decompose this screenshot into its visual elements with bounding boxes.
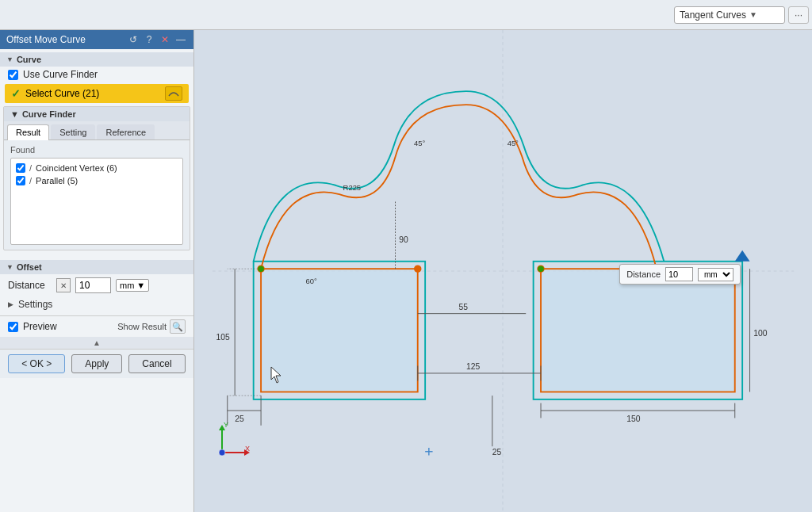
distance-x-button[interactable]: ✕ [56,278,71,292]
found-list: / Coincident Vertex (6) / Parallel (5) [10,158,183,245]
svg-point-40 [538,266,544,272]
show-result-icon[interactable]: 🔍 [170,319,186,334]
svg-marker-41 [735,250,750,262]
tab-reference[interactable]: Reference [97,124,155,139]
found-section: Found / Coincident Vertex (6) / Parallel… [4,140,190,250]
show-result-label: Show Result [117,322,167,331]
collapse-arrow: ▲ [93,338,101,347]
app-container: Tangent Curves ▼ ··· Offset Move Curve ↺… [0,0,812,512]
offset-triangle: ▼ [6,263,13,271]
svg-text:Y: Y [224,421,228,429]
collapse-row[interactable]: ▲ [0,337,193,349]
toolbar-more-button[interactable]: ··· [788,6,809,24]
found-item-1-label: Parallel (5) [36,176,78,185]
dropdown-arrow: ▼ [749,10,757,19]
svg-point-50 [219,449,225,456]
svg-text:25: 25 [492,448,502,457]
preview-left: Preview [8,321,57,332]
svg-text:100: 100 [753,329,768,338]
offset-section: ▼ Offset Distance ✕ mm ▼ ▶ Settings [0,257,193,315]
svg-text:105: 105 [216,333,231,342]
distance-input[interactable] [75,277,111,293]
distance-row: Distance ✕ mm ▼ [0,274,193,296]
help-icon[interactable]: ? [143,33,155,46]
tangent-curves-dropdown[interactable]: Tangent Curves ▼ [674,6,785,24]
distance-popup-input[interactable] [665,267,693,281]
svg-text:150: 150 [626,415,641,423]
reset-icon[interactable]: ↺ [127,33,140,46]
coord-system: Y X [210,421,254,464]
curve-section-header[interactable]: ▼ Curve [0,52,193,67]
svg-rect-4 [541,269,735,392]
svg-point-39 [258,266,264,272]
canvas-area: 25 105 90 55 125 [194,30,812,512]
checkmark-icon: ✓ [11,87,21,100]
curve-triangle: ▼ [6,55,13,63]
svg-text:90: 90 [399,235,408,244]
svg-text:R225: R225 [343,183,362,192]
distance-popup: Distance mm [619,264,741,285]
svg-text:125: 125 [466,362,481,371]
found-item-1: / Parallel (5) [16,174,178,187]
cf-triangle: ▼ [10,109,19,119]
cancel-button[interactable]: Cancel [128,354,185,373]
distance-popup-label: Distance [626,269,661,279]
curve-finder-section: ▼ Curve Finder Result Setting Reference … [3,106,190,250]
curve-section: ▼ Curve Use Curve Finder ✓ Select Curve … [0,49,193,257]
top-toolbar: Tangent Curves ▼ ··· [0,0,812,30]
select-curve-left: ✓ Select Curve (21) [11,87,99,100]
preview-row: Preview Show Result 🔍 [0,315,193,337]
distance-label: Distance [8,280,52,291]
found-item-0-label: Coincident Vertex (6) [36,163,117,173]
panel-titlebar: Offset Move Curve ↺ ? ✕ — [0,30,193,49]
select-curve-row: ✓ Select Curve (21) [5,84,189,103]
use-curve-finder-label: Use Curve Finder [23,69,98,80]
svg-text:45°: 45° [414,139,425,147]
tabs-row: Result Setting Reference [4,121,190,140]
unit-arrow: ▼ [136,281,145,290]
settings-row[interactable]: ▶ Settings [0,296,193,312]
distance-popup-unit[interactable]: mm [698,268,733,281]
settings-label: Settings [18,299,52,310]
found-item-0-icon: / [29,163,32,173]
ok-button[interactable]: < OK > [8,354,65,373]
select-curve-button[interactable] [165,86,182,101]
curve-icon-svg [167,88,180,99]
content-area: Offset Move Curve ↺ ? ✕ — ▼ Curve Use Cu… [0,30,812,512]
found-item-0-checkbox[interactable] [16,163,25,173]
found-item-1-icon: / [29,176,32,185]
svg-rect-2 [261,269,418,392]
tab-setting[interactable]: Setting [51,124,95,139]
unit-label: mm [120,281,134,290]
offset-header-label: Offset [17,262,42,272]
preview-checkbox[interactable] [8,322,18,332]
svg-text:X: X [245,445,250,453]
curve-header-label: Curve [17,55,41,64]
svg-point-36 [414,265,421,272]
buttons-row: < OK > Apply Cancel [0,349,193,378]
offset-section-header[interactable]: ▼ Offset [0,260,193,274]
use-curve-finder-row: Use Curve Finder [0,67,193,82]
found-label: Found [10,145,183,155]
settings-triangle: ▶ [8,300,13,308]
found-item-0: / Coincident Vertex (6) [16,162,178,174]
cf-header-label: Curve Finder [22,109,76,119]
tab-result[interactable]: Result [7,124,49,140]
svg-text:55: 55 [459,303,469,311]
found-item-1-checkbox[interactable] [16,176,25,185]
show-result-row: Show Result 🔍 [117,319,186,334]
apply-button[interactable]: Apply [71,354,122,373]
svg-text:45°: 45° [508,139,519,147]
titlebar-icons: ↺ ? ✕ — [127,33,187,46]
use-curve-finder-checkbox[interactable] [8,70,18,80]
preview-label: Preview [23,321,57,332]
dropdown-label: Tangent Curves [680,10,746,21]
svg-text:60°: 60° [306,277,317,285]
select-curve-label: Select Curve (21) [25,88,99,99]
curve-finder-header[interactable]: ▼ Curve Finder [4,107,190,121]
left-panel: Offset Move Curve ↺ ? ✕ — ▼ Curve Use Cu… [0,30,194,512]
panel-title: Offset Move Curve [6,34,86,45]
close-icon[interactable]: ✕ [159,33,171,46]
minimize-icon[interactable]: — [174,33,187,46]
unit-dropdown[interactable]: mm ▼ [116,279,149,292]
